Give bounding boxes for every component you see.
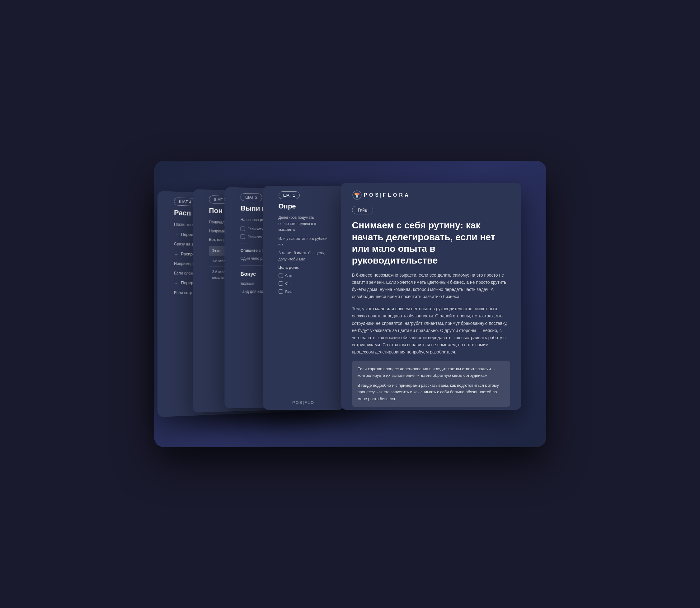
svg-point-1 [355,193,357,195]
step-badge-1: ШАГ 1 [279,191,300,199]
logo-text: P O S|F L O R A [364,192,409,198]
svg-point-3 [356,195,358,197]
check-ch: С ч [279,281,328,287]
check-real: Real [279,289,328,294]
main-para1: В бизнесе невозможно вырасти, если все д… [352,272,510,300]
highlight-text1: Если коротко процесс делегирования выгля… [358,366,505,379]
checkbox-icon [240,227,245,231]
guide-badge: Гайд [352,206,374,214]
highlight-box: Если коротко процесс делегирования выгля… [352,361,510,407]
check-ko: С ко [279,273,328,279]
svg-point-2 [357,193,359,195]
step-badge-2: ШАГ 2 [240,193,262,202]
main-para2: Тем, у кого мало или совсем нет опыта в … [352,305,510,356]
main-card: P O S|F L O R A Гайд Снимаем с себя рути… [341,183,521,410]
card-title-1: Опре [270,202,337,215]
card1-footer: POS|FLO [263,400,344,405]
card1-body-intro: Делегиров подумать собираете студию в ц … [279,215,328,233]
scene: ШАГ 4 Расп После того их между за задачу… [179,183,521,425]
logo-icon [352,190,362,200]
card-step1: ШАГ 1 Опре Делегиров подумать собираете … [263,186,344,410]
logo-row: P O S|F L O R A [352,190,510,200]
highlight-text2: В гайде подробно и с примерами рассказыв… [358,382,505,402]
checkbox-icon [240,234,245,239]
main-title: Снимаем с себя рутину: как начать делеги… [352,220,510,266]
outer-wrapper: ШАГ 4 Расп После того их между за задачу… [154,161,546,447]
